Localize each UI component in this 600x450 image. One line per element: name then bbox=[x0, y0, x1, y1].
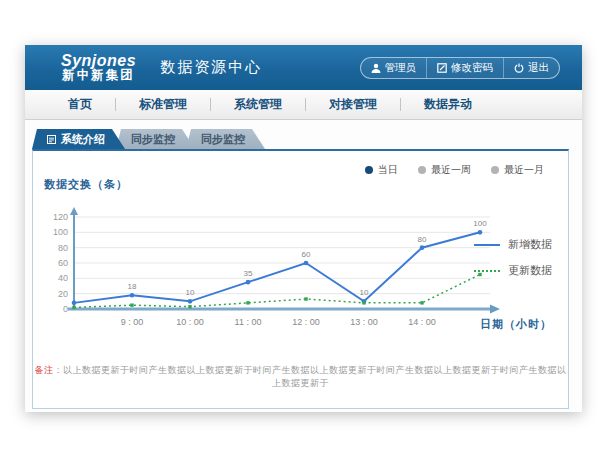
y-tick-label: 20 bbox=[58, 289, 68, 299]
change-password-button[interactable]: 修改密码 bbox=[426, 58, 503, 78]
x-axis-arrow-icon bbox=[490, 305, 500, 314]
x-tick-label: 13 : 00 bbox=[350, 317, 378, 327]
y-axis-arrow-icon bbox=[70, 207, 78, 215]
footnote-prefix: 备注 bbox=[35, 365, 54, 375]
logout-button[interactable]: 退出 bbox=[503, 58, 559, 78]
logout-label: 退出 bbox=[528, 61, 549, 75]
radio-last-week[interactable]: 最近一周 bbox=[418, 163, 471, 177]
legend-label: 更新数据 bbox=[508, 263, 552, 278]
data-point-label: 100 bbox=[473, 219, 487, 228]
radio-today[interactable]: 当日 bbox=[365, 163, 398, 177]
radio-last-month[interactable]: 最近一月 bbox=[491, 163, 544, 177]
x-tick-label: 10 : 00 bbox=[176, 317, 204, 327]
page-title: 数据资源中心 bbox=[160, 58, 262, 77]
legend-item-new-data: 新增数据 bbox=[474, 237, 552, 252]
data-point bbox=[72, 306, 75, 309]
data-point bbox=[246, 301, 249, 304]
data-point bbox=[478, 230, 483, 235]
app-window: Synjones 新中新集团 数据资源中心 管理员 修改密码 bbox=[25, 45, 582, 412]
data-point bbox=[362, 301, 365, 304]
edit-icon bbox=[437, 63, 447, 73]
dotted-line-icon bbox=[474, 270, 500, 272]
legend-item-updated-data: 更新数据 bbox=[474, 263, 552, 278]
y-tick-label: 40 bbox=[58, 273, 68, 283]
y-axis-title: 数据交换（条） bbox=[44, 177, 128, 192]
user-name: 管理员 bbox=[385, 61, 417, 75]
footnote-text: ：以上数据更新于时间产生数据以上数据更新于时间产生数据以上数据更新于时间产生数据… bbox=[54, 365, 567, 388]
radio-label: 最近一周 bbox=[431, 163, 471, 177]
logo: Synjones 新中新集团 bbox=[61, 53, 136, 83]
data-point bbox=[72, 301, 77, 306]
x-tick-label: 12 : 00 bbox=[292, 317, 320, 327]
data-point bbox=[188, 299, 193, 304]
tab-system-intro[interactable]: 系统介绍 bbox=[32, 129, 125, 149]
data-point bbox=[420, 301, 423, 304]
logo-brand: Synjones bbox=[61, 53, 136, 70]
nav-item-system-mgmt[interactable]: 系统管理 bbox=[211, 96, 305, 113]
data-point bbox=[130, 303, 133, 306]
page: Synjones 新中新集团 数据资源中心 管理员 修改密码 bbox=[0, 0, 600, 450]
y-tick-label: 80 bbox=[58, 243, 68, 253]
chart-panel: 当日 最近一周 最近一月 数据交换（条） 0204060801001209 : … bbox=[32, 149, 569, 409]
data-point-label: 60 bbox=[302, 250, 311, 259]
time-range-filter: 当日 最近一周 最近一月 bbox=[365, 163, 544, 177]
y-tick-label: 100 bbox=[53, 227, 68, 237]
data-point-label: 18 bbox=[128, 282, 137, 291]
y-tick-label: 60 bbox=[58, 258, 68, 268]
nav-item-standard-mgmt[interactable]: 标准管理 bbox=[116, 96, 210, 113]
user-menu-button[interactable]: 管理员 bbox=[361, 58, 427, 78]
chart-legend: 新增数据 更新数据 bbox=[474, 237, 552, 278]
power-icon bbox=[514, 63, 524, 73]
tab-label: 同步监控 bbox=[201, 129, 245, 149]
legend-label: 新增数据 bbox=[508, 237, 552, 252]
user-toolbar: 管理员 修改密码 退出 bbox=[360, 57, 561, 79]
data-point bbox=[304, 297, 307, 300]
data-point bbox=[420, 245, 425, 250]
data-point bbox=[130, 293, 135, 298]
solid-line-icon bbox=[474, 244, 500, 246]
data-point bbox=[246, 280, 251, 285]
footnote: 备注：以上数据更新于时间产生数据以上数据更新于时间产生数据以上数据更新于时间产生… bbox=[33, 364, 568, 390]
user-icon bbox=[371, 63, 381, 73]
radio-dot-icon bbox=[418, 166, 426, 174]
tab-sync-monitor-1[interactable]: 同步监控 bbox=[116, 129, 195, 149]
x-tick-label: 11 : 00 bbox=[235, 317, 262, 327]
x-tick-label: 14 : 00 bbox=[408, 317, 436, 327]
data-point-label: 10 bbox=[186, 288, 195, 297]
data-point bbox=[188, 305, 191, 308]
data-point-label: 80 bbox=[418, 235, 427, 244]
logo-company: 新中新集团 bbox=[61, 69, 136, 82]
change-password-label: 修改密码 bbox=[451, 61, 493, 75]
nav-item-interface-mgmt[interactable]: 对接管理 bbox=[306, 96, 400, 113]
tab-label: 系统介绍 bbox=[61, 129, 105, 149]
y-tick-label: 0 bbox=[63, 304, 68, 314]
radio-dot-icon bbox=[491, 166, 499, 174]
radio-dot-icon bbox=[365, 166, 373, 174]
x-tick-label: 9 : 00 bbox=[121, 317, 144, 327]
tab-sync-monitor-2[interactable]: 同步监控 bbox=[186, 129, 265, 149]
radio-label: 最近一月 bbox=[504, 163, 544, 177]
radio-label: 当日 bbox=[378, 163, 398, 177]
content-area: 系统介绍 同步监控 同步监控 当日 最近一周 bbox=[25, 120, 582, 412]
document-icon bbox=[47, 135, 56, 144]
tab-label: 同步监控 bbox=[131, 129, 175, 149]
nav-item-data-change[interactable]: 数据异动 bbox=[401, 96, 495, 113]
x-axis-title: 日期（小时） bbox=[480, 317, 552, 332]
data-point-label: 35 bbox=[244, 269, 253, 278]
y-tick-label: 120 bbox=[53, 212, 68, 222]
header: Synjones 新中新集团 数据资源中心 管理员 修改密码 bbox=[25, 45, 582, 90]
tab-bar: 系统介绍 同步监控 同步监控 bbox=[32, 129, 265, 149]
nav-item-home[interactable]: 首页 bbox=[45, 96, 115, 113]
main-nav: 首页 标准管理 系统管理 对接管理 数据异动 bbox=[25, 90, 582, 120]
data-point bbox=[304, 261, 309, 266]
data-point-label: 10 bbox=[360, 288, 369, 297]
